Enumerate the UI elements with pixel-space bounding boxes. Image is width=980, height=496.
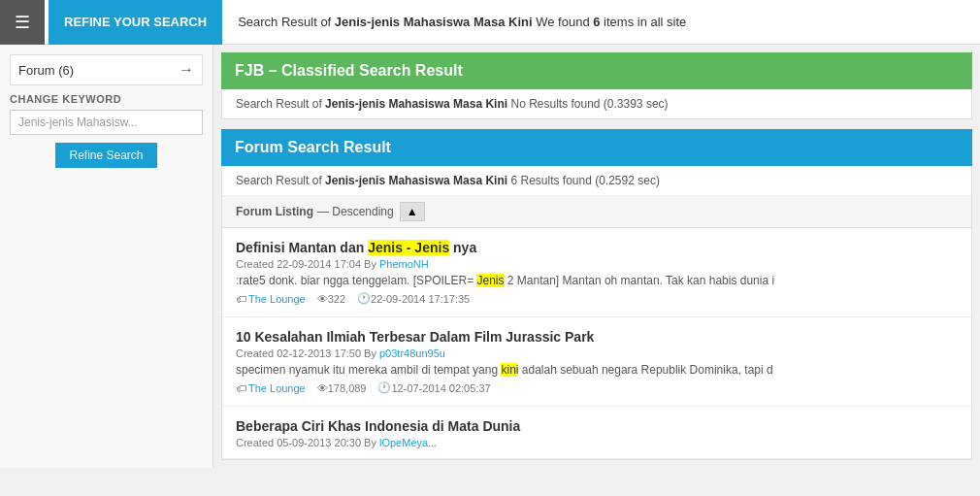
change-keyword-label: CHANGE KEYWORD [10, 93, 203, 105]
fjb-keyword: Jenis-jenis Mahasiswa Masa Kini [325, 97, 507, 111]
top-bar: ☰ REFINE YOUR SEARCH Search Result of Je… [0, 0, 980, 45]
author-link[interactable]: p03tr48un95u [379, 347, 445, 359]
tag-icon: 🏷 [236, 382, 246, 394]
forum-keyword: Jenis-jenis Mahasiswa Masa Kini [325, 174, 507, 187]
views-item: 👁 178,089 [317, 382, 367, 394]
forum-item-meta: Created 22-09-2014 17:04 By PhemoNH [236, 258, 958, 270]
forum-result-item: Definisi Mantan dan Jenis - Jenis nya Cr… [222, 228, 971, 317]
refine-search-button[interactable]: Refine Search [55, 143, 156, 168]
preview-highlight: Jenis [476, 274, 504, 287]
tag-icon: 🏷 [236, 293, 246, 305]
view-count: 178,089 [328, 382, 367, 394]
main-container: Forum (6) → CHANGE KEYWORD Refine Search… [0, 45, 980, 468]
hamburger-icon: ☰ [15, 12, 30, 33]
forum-item-tags: 🏷 The Lounge 👁 322 🕐 22-09-2014 17:17:35 [236, 292, 958, 305]
sidebar-forum-label: Forum (6) [18, 63, 74, 78]
fjb-body: Search Result of Jenis-jenis Mahasiswa M… [221, 89, 972, 119]
forum-item-meta: Created 05-09-2013 20:30 By lOpeMeya... [236, 437, 958, 448]
views-item: 👁 322 [317, 293, 345, 305]
forum-item-title: Beberapa Ciri Khas Indonesia di Mata Dun… [236, 418, 958, 434]
forum-result-item: Beberapa Ciri Khas Indonesia di Mata Dun… [222, 407, 971, 459]
refine-your-search-button[interactable]: REFINE YOUR SEARCH [49, 0, 222, 45]
clock-icon: 🕐 [377, 381, 391, 394]
forum-item-tags: 🏷 The Lounge 👁 178,089 🕐 12-07-2014 02:0… [236, 381, 958, 394]
tag-item: 🏷 The Lounge [236, 293, 306, 305]
sidebar-forum-item[interactable]: Forum (6) → [10, 54, 203, 85]
forum-result-text: Search Result of Jenis-jenis Mahasiswa M… [222, 166, 971, 196]
forum-item-title: 10 Kesalahan Ilmiah Terbesar Dalam Film … [236, 329, 958, 345]
tag-item: 🏷 The Lounge [236, 382, 306, 394]
eye-icon: 👁 [317, 293, 328, 305]
forum-search-header: Forum Search Result [221, 129, 972, 166]
post-date: 22-09-2014 17:17:35 [371, 293, 470, 305]
forum-body: Search Result of Jenis-jenis Mahasiswa M… [221, 166, 972, 460]
view-count: 322 [328, 293, 345, 305]
forum-item-meta: Created 02-12-2013 17:50 By p03tr48un95u [236, 347, 958, 359]
sidebar-arrow-icon: → [179, 61, 194, 79]
hamburger-button[interactable]: ☰ [0, 0, 45, 45]
sort-button[interactable]: ▲ [400, 202, 425, 221]
change-keyword-section: CHANGE KEYWORD Refine Search [10, 93, 203, 168]
date-item: 🕐 22-09-2014 17:17:35 [357, 292, 470, 305]
title-highlight: Jenis - Jenis [368, 240, 449, 255]
forum-listing-order: — Descending [317, 205, 394, 218]
forum-listing-bar: Forum Listing — Descending ▲ [222, 196, 971, 228]
author-link[interactable]: lOpeMeya [379, 437, 428, 448]
search-result-summary: Search Result of Jenis-jenis Mahasiswa M… [222, 15, 702, 29]
tag-link[interactable]: The Lounge [248, 382, 306, 394]
eye-icon: 👁 [317, 382, 328, 394]
author-link[interactable]: PhemoNH [379, 258, 429, 270]
fjb-header: FJB – Classified Search Result [221, 52, 972, 89]
forum-item-preview: specimen nyamuk itu mereka ambil di temp… [236, 363, 958, 377]
forum-listing-label: Forum Listing [236, 205, 313, 218]
tag-link[interactable]: The Lounge [248, 293, 306, 305]
search-keyword: Jenis-jenis Mahasiswa Masa Kini [335, 15, 533, 29]
forum-result-item: 10 Kesalahan Ilmiah Terbesar Dalam Film … [222, 317, 971, 407]
keyword-input[interactable] [10, 110, 203, 135]
content-area: FJB – Classified Search Result Search Re… [213, 45, 980, 468]
forum-item-preview: :rate5 donk. biar ngga tenggelam. [SPOIL… [236, 274, 958, 287]
sidebar: Forum (6) → CHANGE KEYWORD Refine Search [0, 45, 213, 468]
clock-icon: 🕐 [357, 292, 371, 305]
date-item: 🕐 12-07-2014 02:05:37 [377, 381, 490, 394]
preview-highlight: kini [501, 363, 518, 377]
forum-item-title: Definisi Mantan dan Jenis - Jenis nya [236, 240, 958, 255]
post-date: 12-07-2014 02:05:37 [391, 382, 490, 394]
